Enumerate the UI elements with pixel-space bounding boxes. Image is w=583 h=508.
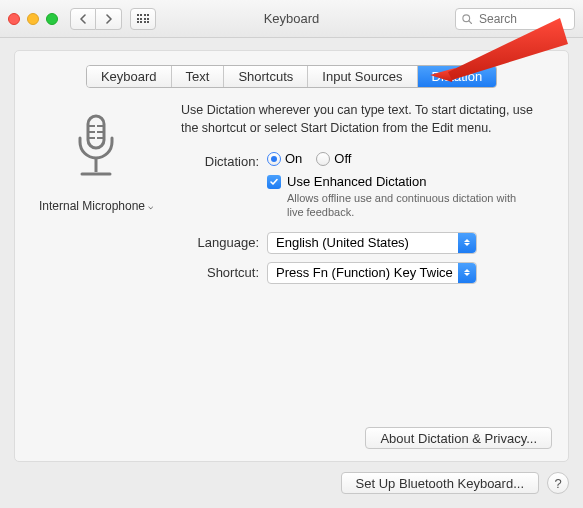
radio-off-icon [316,152,330,166]
shortcut-label: Shortcut: [181,262,267,284]
language-value: English (United States) [276,235,409,250]
radio-on-icon [267,152,281,166]
close-window-button[interactable] [8,13,20,25]
nav-buttons [70,8,122,30]
shortcut-value: Press Fn (Function) Key Twice [276,265,453,280]
stepper-icon [458,263,476,283]
help-button[interactable]: ? [547,472,569,494]
microphone-label: Internal Microphone [39,199,145,213]
dictation-off-radio[interactable]: Off [316,151,351,166]
preferences-pane: Keyboard Text Shortcuts Input Sources Di… [14,50,569,462]
svg-line-1 [469,20,472,23]
dictation-on-radio[interactable]: On [267,151,302,166]
dictation-label: Dictation: [181,151,267,220]
shortcut-select[interactable]: Press Fn (Function) Key Twice [267,262,477,284]
chevron-down-icon: ⌵ [148,201,153,211]
intro-text: Use Dictation wherever you can type text… [181,102,552,137]
titlebar: Keyboard [0,0,583,38]
language-label: Language: [181,232,267,254]
tab-dictation[interactable]: Dictation [418,66,497,87]
stepper-icon [458,233,476,253]
microphone-select[interactable]: Internal Microphone ⌵ [39,199,153,213]
microphone-column: Internal Microphone ⌵ [31,102,161,292]
chevron-left-icon [79,14,87,24]
microphone-icon [31,112,161,193]
enhanced-dictation-checkbox[interactable] [267,175,281,189]
zoom-window-button[interactable] [46,13,58,25]
dictation-off-label: Off [334,151,351,166]
enhanced-dictation-desc: Allows offline use and continuous dictat… [287,191,517,220]
back-button[interactable] [70,8,96,30]
tab-keyboard[interactable]: Keyboard [87,66,172,87]
about-dictation-button[interactable]: About Dictation & Privacy... [365,427,552,449]
show-all-button[interactable] [130,8,156,30]
window-controls [8,13,58,25]
tab-input-sources[interactable]: Input Sources [308,66,417,87]
search-field[interactable] [455,8,575,30]
forward-button[interactable] [96,8,122,30]
minimize-window-button[interactable] [27,13,39,25]
check-icon [269,177,279,187]
language-select[interactable]: English (United States) [267,232,477,254]
tab-bar: Keyboard Text Shortcuts Input Sources Di… [31,65,552,88]
tab-shortcuts[interactable]: Shortcuts [224,66,308,87]
search-input[interactable] [477,11,569,27]
tab-text[interactable]: Text [172,66,225,87]
chevron-right-icon [105,14,113,24]
bluetooth-keyboard-button[interactable]: Set Up Bluetooth Keyboard... [341,472,539,494]
enhanced-dictation-label: Use Enhanced Dictation [287,174,517,189]
dictation-on-label: On [285,151,302,166]
grid-icon [137,14,150,23]
search-icon [461,13,473,25]
